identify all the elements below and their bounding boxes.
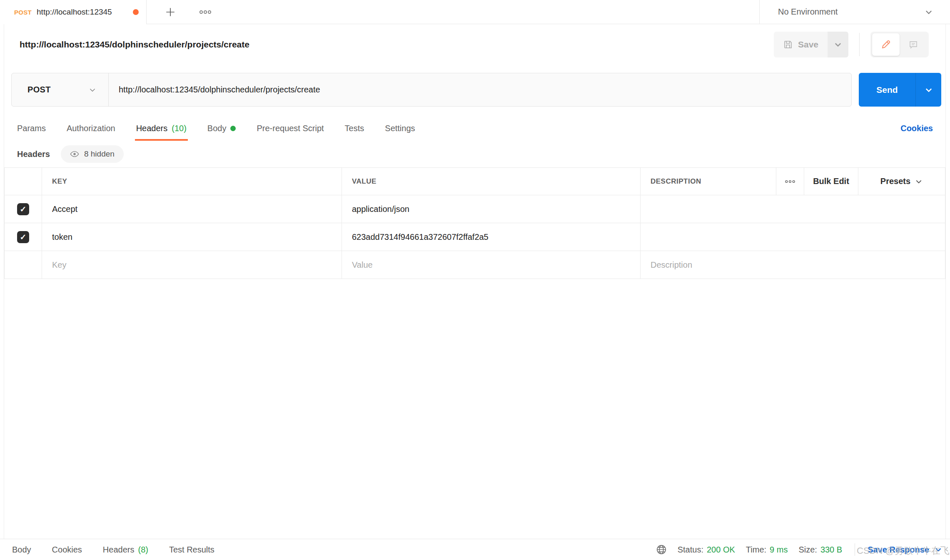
response-tab-label: Body xyxy=(12,545,31,555)
response-tab-cookies[interactable]: Cookies xyxy=(52,545,82,555)
network-info-button[interactable] xyxy=(656,544,667,555)
tab-options-button[interactable] xyxy=(197,3,214,21)
tab-tests[interactable]: Tests xyxy=(345,116,364,141)
chevron-down-icon xyxy=(934,545,943,554)
header-row-empty: Key Value Description xyxy=(5,251,945,279)
presets-dropdown[interactable]: Presets xyxy=(858,168,945,195)
bulk-edit-button[interactable]: Bulk Edit xyxy=(804,168,858,195)
cookies-link[interactable]: Cookies xyxy=(900,124,933,133)
save-button[interactable]: Save xyxy=(774,32,828,57)
headers-section-title: Headers xyxy=(17,149,50,159)
pencil-icon xyxy=(881,40,891,50)
tab-label: Headers xyxy=(136,124,168,133)
chevron-down-icon xyxy=(924,7,933,17)
hidden-headers-label: 8 hidden xyxy=(84,149,115,159)
tab-bar: POST http://localhost:12345 No Environme… xyxy=(0,0,950,24)
postman-window: POST http://localhost:12345 No Environme… xyxy=(0,0,950,560)
row-checkbox-checked[interactable]: ✓ xyxy=(17,203,29,215)
send-options-button[interactable] xyxy=(915,73,941,107)
tab-label: Authorization xyxy=(67,124,115,133)
description-cell[interactable] xyxy=(640,223,945,251)
key-cell-placeholder[interactable]: Key xyxy=(42,251,342,279)
tab-pre-request-script[interactable]: Pre-request Script xyxy=(257,116,324,141)
response-tab-test-results[interactable]: Test Results xyxy=(169,545,214,555)
time-value: 9 ms xyxy=(770,545,788,555)
request-title: http://localhost:12345/dolphinscheduler/… xyxy=(20,40,249,50)
response-headers-count: (8) xyxy=(138,545,148,555)
size-value: 330 B xyxy=(820,545,842,555)
chevron-down-icon xyxy=(915,177,923,186)
request-tab[interactable]: POST http://localhost:12345 xyxy=(0,0,147,24)
tab-label: Pre-request Script xyxy=(257,124,324,133)
environment-selector[interactable]: No Environment xyxy=(759,0,950,24)
header-row-token: ✓ token 623add7314f94661a372607f2ffaf2a5 xyxy=(5,223,945,251)
panel-left-border xyxy=(4,24,4,560)
key-cell[interactable]: Accept xyxy=(42,195,342,223)
size-label: Size: xyxy=(798,545,817,555)
tab-body[interactable]: Body xyxy=(207,116,236,141)
row-select-cell: ✓ xyxy=(5,223,42,251)
new-tab-button[interactable] xyxy=(162,3,179,21)
save-response-button[interactable]: Save Response xyxy=(868,545,943,555)
value-cell-placeholder[interactable]: Value xyxy=(342,251,640,279)
edit-documentation-button[interactable] xyxy=(872,33,900,56)
send-button[interactable]: Send xyxy=(859,73,915,107)
tab-authorization[interactable]: Authorization xyxy=(67,116,115,141)
row-checkbox-checked[interactable]: ✓ xyxy=(17,231,29,243)
tab-label: Settings xyxy=(385,124,415,133)
value-cell[interactable]: application/json xyxy=(342,195,640,223)
response-tab-body[interactable]: Body xyxy=(12,545,31,555)
chevron-down-icon xyxy=(924,85,933,95)
value-cell[interactable]: 623add7314f94661a372607f2ffaf2a5 xyxy=(342,223,640,251)
divider xyxy=(859,33,860,56)
save-button-group: Save xyxy=(774,32,848,57)
tab-strip-space xyxy=(147,0,759,24)
method-selector[interactable]: POST xyxy=(12,73,109,106)
eye-icon xyxy=(70,151,79,157)
request-actions: Save xyxy=(774,32,929,57)
response-tab-headers[interactable]: Headers (8) xyxy=(103,545,148,555)
row-select-cell xyxy=(5,251,42,279)
row-select-cell: ✓ xyxy=(5,195,42,223)
more-options-icon xyxy=(199,10,212,15)
environment-label: No Environment xyxy=(778,7,838,17)
globe-icon xyxy=(656,544,667,555)
save-icon xyxy=(783,40,793,50)
response-tab-label: Cookies xyxy=(52,545,82,555)
description-cell-placeholder[interactable]: Description xyxy=(640,251,945,279)
tab-headers-count: (10) xyxy=(172,124,187,133)
chevron-down-icon xyxy=(88,86,97,94)
tab-label: Body xyxy=(207,124,227,133)
request-tabs: Params Authorization Headers (10) Body P… xyxy=(0,116,950,141)
save-options-button[interactable] xyxy=(828,32,848,57)
column-value: VALUE xyxy=(342,168,640,195)
size-indicator[interactable]: Size: 330 B xyxy=(798,545,842,555)
response-tab-label: Headers xyxy=(103,545,135,555)
tab-label: Tests xyxy=(345,124,364,133)
plus-icon xyxy=(165,7,176,17)
table-header-row: KEY VALUE DESCRIPTION Bulk Edit Presets xyxy=(5,168,945,195)
status-indicator[interactable]: Status: 200 OK xyxy=(678,545,735,555)
comments-button[interactable] xyxy=(900,33,927,56)
send-button-label: Send xyxy=(876,85,898,95)
url-bar: POST http://localhost:12345/dolphinsched… xyxy=(11,73,852,107)
tab-settings[interactable]: Settings xyxy=(385,116,415,141)
column-description: DESCRIPTION xyxy=(640,168,776,195)
tab-method-label: POST xyxy=(14,9,32,16)
chevron-down-icon xyxy=(833,40,843,49)
time-indicator[interactable]: Time: 9 ms xyxy=(746,545,788,555)
tab-url-label: http://localhost:12345 xyxy=(37,7,128,17)
check-icon: ✓ xyxy=(20,204,27,214)
url-input[interactable]: http://localhost:12345/dolphinscheduler/… xyxy=(109,85,851,95)
key-cell[interactable]: token xyxy=(42,223,342,251)
time-label: Time: xyxy=(746,545,766,555)
body-present-dot-icon xyxy=(230,126,236,131)
doc-comment-toggle xyxy=(870,32,929,57)
divider xyxy=(855,543,855,556)
description-cell[interactable] xyxy=(640,195,945,223)
table-more-options-button[interactable] xyxy=(776,168,804,195)
hidden-headers-toggle[interactable]: 8 hidden xyxy=(61,145,124,163)
tab-headers[interactable]: Headers (10) xyxy=(136,116,187,141)
save-response-label: Save Response xyxy=(868,545,929,555)
tab-params[interactable]: Params xyxy=(17,116,46,141)
